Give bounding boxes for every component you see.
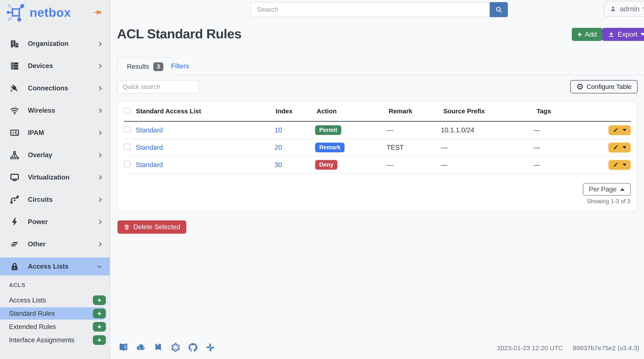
edit-button[interactable] [608,160,631,170]
configure-table-button[interactable]: ⚙ Configure Table [570,80,638,93]
rest-api-cloud-icon[interactable]: {…} [136,342,146,353]
monitor-icon [9,172,20,183]
sidebar-item-label: IPAM [28,129,98,137]
chevron-right-icon [97,108,102,113]
col-header-tags[interactable]: Tags [536,107,612,115]
user-menu-button[interactable]: admin [604,1,644,17]
edit-button[interactable] [608,143,631,152]
chevron-right-icon [97,220,102,224]
sidebar-item-access-lists[interactable]: Access Lists [0,258,110,276]
edit-button[interactable] [608,125,631,135]
acl-link[interactable]: Standard [136,126,163,134]
sidebar-header: netbox [0,0,110,25]
sidebar-item-label: Access Lists [28,263,98,270]
table-row: Standard 30 Deny — — — [124,156,631,174]
api-bookmark-icon[interactable] [153,342,163,353]
footer-version: 89937b7e75e2 (v3.4.3) [573,345,639,352]
graph-icon [9,149,20,161]
graphql-icon[interactable] [170,342,181,353]
netbox-app: netbox Organization Devices [0,0,644,359]
pagination-summary: Showing 1-3 of 3 [587,198,630,205]
footer-links: {…} [118,342,216,353]
svg-text:1: 1 [12,131,14,135]
sidebar-item-label: Other [28,240,98,248]
plug-icon [9,83,20,94]
global-search [250,2,508,17]
tags-value: — [534,144,540,151]
action-badge: Permit [315,125,341,135]
sidebar-item-wireless[interactable]: Wireless [0,101,110,119]
user-icon [610,5,616,12]
per-page-button[interactable]: Per Page [583,183,631,196]
caret-down-icon [643,7,644,10]
col-header-action[interactable]: Action [317,107,389,115]
sidebar-item-organization[interactable]: Organization [0,35,110,53]
sidebar-item-devices[interactable]: Devices [0,57,110,75]
sidebar-item-connections[interactable]: Connections [0,79,110,97]
chevron-right-icon [97,130,102,135]
search-button[interactable] [490,2,508,17]
add-access-list-button[interactable]: + [93,295,106,305]
export-button[interactable]: Export [602,28,644,41]
sidebar-item-circuits[interactable]: Circuits [0,191,110,209]
add-button[interactable]: + Add [572,28,602,41]
netbox-logo[interactable]: netbox [6,2,71,22]
slack-icon[interactable] [205,342,216,353]
col-header-source-prefix[interactable]: Source Prefix [443,107,536,115]
add-interface-assignment-button[interactable]: + [93,335,106,345]
index-link[interactable]: 30 [274,161,282,169]
sidebar-item-label: Circuits [28,196,98,204]
sidebar-item-label: Organization [28,40,98,47]
download-icon [608,31,615,38]
remark-value: — [387,126,394,134]
caret-down-icon [622,146,626,149]
chevron-right-icon [97,86,102,90]
remark-value: TEST [387,144,404,151]
col-header-remark[interactable]: Remark [389,107,443,115]
add-button-label: Add [584,30,597,38]
sidebar-item-label: Power [28,218,98,226]
source-prefix-value: — [441,161,448,169]
chevron-right-icon [97,175,102,179]
col-header-acl[interactable]: Standard Access List [136,107,276,115]
add-standard-rule-button[interactable]: + [93,309,106,318]
server-icon [9,60,20,71]
docs-book-icon[interactable] [118,342,129,353]
sidebar-item-overlay[interactable]: Overlay [0,146,110,164]
select-all-checkbox[interactable] [124,107,130,114]
acl-link[interactable]: Standard [136,161,163,169]
row-checkbox[interactable] [124,143,130,150]
row-checkbox[interactable] [124,126,130,133]
caret-down-icon [622,164,626,166]
sidebar-menu: Organization Devices Connections [0,35,110,276]
sidebar-item-virtualization[interactable]: Virtualization [0,168,110,186]
delete-selected-label: Delete Selected [133,223,180,231]
svg-text:{…}: {…} [139,346,144,350]
sidebar-item-label: Wireless [28,107,98,114]
main-content: admin ACL Standard Rules + Add Export Re… [110,0,644,359]
page-title: ACL Standard Rules [117,26,242,41]
index-link[interactable]: 20 [274,144,282,151]
sidebar-item-power[interactable]: Power [0,213,110,231]
standard-rules-link[interactable]: Standard Rules [0,307,106,320]
rules-table: Standard Access List Index Action Remark… [124,101,631,174]
row-checkbox[interactable] [124,161,130,167]
sidebar: netbox Organization Devices [0,0,110,359]
action-badge: Deny [315,160,338,170]
sidebar-item-ipam[interactable]: 123 IPAM [0,124,110,142]
acl-link[interactable]: Standard [136,144,163,151]
delete-selected-button[interactable]: Delete Selected [118,220,186,234]
add-extended-rule-button[interactable]: + [93,322,106,332]
pin-sidebar-icon[interactable] [94,8,102,17]
tab-filters[interactable]: Filters [161,57,199,75]
sidebar-child-access-lists: Access Lists + [0,294,110,306]
col-header-index[interactable]: Index [276,107,317,115]
sidebar-item-other[interactable]: Other [0,235,110,253]
index-link[interactable]: 10 [274,126,282,134]
github-icon[interactable] [188,342,198,353]
footer-meta: 2023-01-23 12:20 UTC 89937b7e75e2 (v3.4.… [497,345,639,352]
quick-search-input[interactable] [117,80,199,93]
counter-icon: 123 [9,127,20,138]
search-input[interactable] [250,2,490,17]
sidebar-item-label: Overlay [28,151,98,159]
